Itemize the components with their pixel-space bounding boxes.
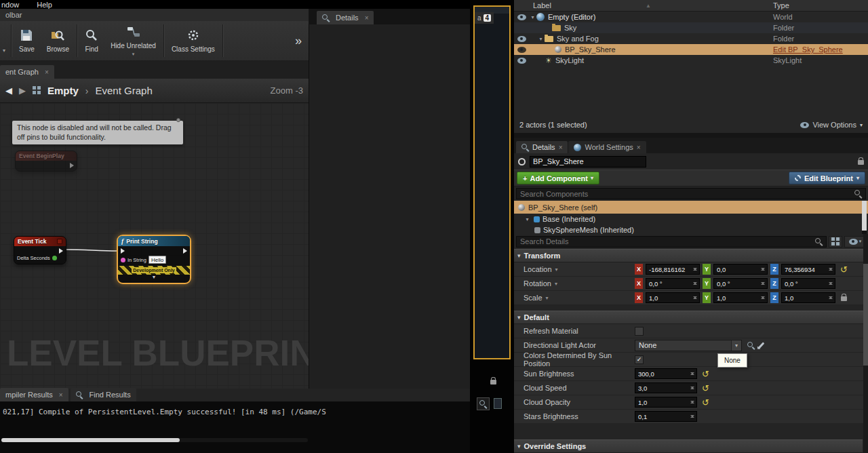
rotation-x-field[interactable]: 0,0 ° <box>646 278 700 289</box>
tab-details[interactable]: Details × <box>516 141 568 153</box>
edit-blueprint-link[interactable]: Edit BP_Sky_Sphere <box>773 45 843 54</box>
section-override-settings[interactable]: ▾ Override Settings <box>514 439 863 453</box>
add-component-button[interactable]: + Add Component ▾ <box>517 172 599 184</box>
property-label[interactable]: Rotation ▾ <box>514 279 635 288</box>
node-event-beginplay[interactable]: Event BeginPlay <box>15 151 77 172</box>
reset-icon[interactable]: ↺ <box>840 265 848 274</box>
node-print-string[interactable]: f Print String In String Hello Developme… <box>117 235 191 284</box>
component-row-mesh[interactable]: SkySphereMesh (Inherited) <box>514 224 868 234</box>
scrollbar-thumb[interactable] <box>862 201 867 231</box>
component-row-base[interactable]: ▾ Base (Inherited) <box>514 214 868 224</box>
property-matrix-button[interactable] <box>829 236 842 248</box>
outliner-row-bp-sky-sphere[interactable]: BP_Sky_Shere Edit BP_Sky_Sphere <box>514 44 868 55</box>
find-button[interactable]: Find <box>79 21 104 60</box>
hide-unrelated-button[interactable]: Hide Unrelated ▾ <box>104 21 162 60</box>
scale-y-field[interactable]: 1,0 <box>713 292 768 303</box>
visibility-eye-icon[interactable] <box>517 14 526 20</box>
tab-world-settings[interactable]: World Settings × <box>568 141 646 153</box>
section-transform[interactable]: ▾ Transform <box>514 249 868 262</box>
rotation-y-field[interactable]: 0,0 ° <box>713 278 768 289</box>
stars-brightness-field[interactable]: 0,1 <box>635 411 697 422</box>
close-icon[interactable]: × <box>59 391 63 399</box>
breadcrumb-current[interactable]: Event Graph <box>96 85 153 96</box>
expander-icon[interactable]: ▾ <box>537 36 545 42</box>
rotation-z-field[interactable]: 0,0 ° <box>781 278 835 289</box>
browse-asset-icon[interactable] <box>747 342 755 349</box>
class-settings-button[interactable]: Class Settings <box>165 21 221 60</box>
reset-icon[interactable]: ↺ <box>702 370 709 378</box>
property-label[interactable]: Location ▾ <box>514 265 635 273</box>
edit-blueprint-button[interactable]: Edit Blueprint ▾ <box>789 172 865 184</box>
close-icon[interactable]: × <box>365 14 369 22</box>
exec-pin-in[interactable] <box>121 248 125 254</box>
tab-details-floating[interactable]: Details × <box>317 11 374 24</box>
toolbar-overflow-button[interactable]: » <box>288 21 309 60</box>
lock-icon[interactable] <box>490 377 496 386</box>
component-scrollbar[interactable] <box>862 201 867 234</box>
search-components-input[interactable] <box>516 188 866 199</box>
outliner-row-empty-editor[interactable]: ▾ Empty (Editor) World <box>514 12 868 22</box>
column-type[interactable]: Type <box>773 1 789 9</box>
highlighted-dock-panel[interactable] <box>473 5 511 359</box>
outliner-row-sky-and-fog[interactable]: ▾ Sky and Fog Folder <box>514 33 868 44</box>
refresh-material-checkbox[interactable] <box>635 327 644 336</box>
lock-icon[interactable] <box>858 157 864 166</box>
section-default[interactable]: ▾ Default <box>514 311 868 324</box>
scale-x-field[interactable]: 1,0 <box>646 292 700 303</box>
reset-icon[interactable]: ↺ <box>702 384 709 393</box>
eyedropper-icon[interactable] <box>758 342 765 349</box>
expander-icon[interactable]: ▾ <box>524 216 531 222</box>
search-details-input[interactable] <box>516 236 827 248</box>
visibility-eye-icon[interactable] <box>517 36 526 42</box>
node-event-tick[interactable]: Event Tick Delta Seconds <box>14 236 66 264</box>
dock-mini-tab[interactable]: a 4 <box>475 12 494 24</box>
location-z-field[interactable]: 76,356934 <box>781 264 835 275</box>
cloud-opacity-field[interactable]: 1,0 <box>635 397 697 408</box>
tab-event-graph[interactable]: ent Graph × <box>0 65 54 79</box>
component-row-self[interactable]: BP_Sky_Shere (self) <box>514 201 868 214</box>
tab-find-results[interactable]: Find Results <box>71 388 136 401</box>
browse-button[interactable]: Browse <box>41 21 75 60</box>
column-label[interactable]: Label <box>533 1 551 9</box>
directional-light-dropdown[interactable]: None ▾ <box>635 340 742 351</box>
event-graph-canvas[interactable]: LEVEL BLUEPRINT This node is disabled an… <box>0 103 309 389</box>
horizontal-scrollbar[interactable] <box>1 438 308 442</box>
view-options-button[interactable]: View Options ▾ <box>800 121 863 129</box>
cloud-speed-field[interactable]: 3,0 <box>635 382 697 393</box>
close-icon[interactable]: × <box>559 144 563 151</box>
breadcrumb-root[interactable]: Empty <box>47 85 79 96</box>
document-icon[interactable] <box>494 398 502 409</box>
back-button[interactable]: ◀ <box>5 85 12 96</box>
string-pin-in[interactable] <box>121 258 125 262</box>
menu-help[interactable]: Help <box>37 1 52 9</box>
tab-compiler-results[interactable]: mpiler Results × <box>0 388 68 401</box>
outliner-row-sky[interactable]: Sky Folder <box>514 22 868 33</box>
exec-pin-out[interactable] <box>59 248 63 254</box>
lock-scale-icon[interactable] <box>841 294 847 302</box>
exec-pin-out[interactable] <box>183 248 187 254</box>
visibility-eye-icon[interactable] <box>517 47 526 53</box>
property-label[interactable]: Scale ▾ <box>514 294 635 302</box>
actor-name-field[interactable] <box>530 156 646 168</box>
close-icon[interactable]: × <box>637 144 641 151</box>
outliner-row-skylight[interactable]: ☀ SkyLight SkyLight <box>514 55 868 66</box>
colors-sun-checkbox[interactable]: ✓ <box>635 355 644 364</box>
scrollbar-thumb[interactable] <box>863 264 868 366</box>
forward-button[interactable]: ▶ <box>19 85 26 96</box>
float-pin-out[interactable] <box>52 256 57 260</box>
menu-window[interactable]: ndow <box>1 1 19 9</box>
search-button[interactable] <box>477 397 490 410</box>
reset-icon[interactable]: ↺ <box>702 398 709 407</box>
expander-icon[interactable]: ▾ <box>529 14 536 20</box>
close-icon[interactable]: × <box>45 68 49 76</box>
location-y-field[interactable]: 0,0 <box>713 264 768 275</box>
in-string-value-field[interactable]: Hello <box>149 256 166 264</box>
sun-brightness-field[interactable]: 300,0 <box>635 368 697 379</box>
toolbar-cut-buttons[interactable]: ▾ <box>1 21 9 60</box>
details-scrollbar[interactable] <box>863 234 868 453</box>
save-button[interactable]: Save <box>13 21 41 60</box>
visibility-eye-icon[interactable] <box>517 58 526 64</box>
exec-pin-out[interactable] <box>70 163 74 168</box>
compiler-log[interactable]: 021,17] Compile of PersistentLevel.Empty… <box>0 401 470 453</box>
disabled-node-note[interactable]: This node is disabled and will not be ca… <box>12 121 183 144</box>
